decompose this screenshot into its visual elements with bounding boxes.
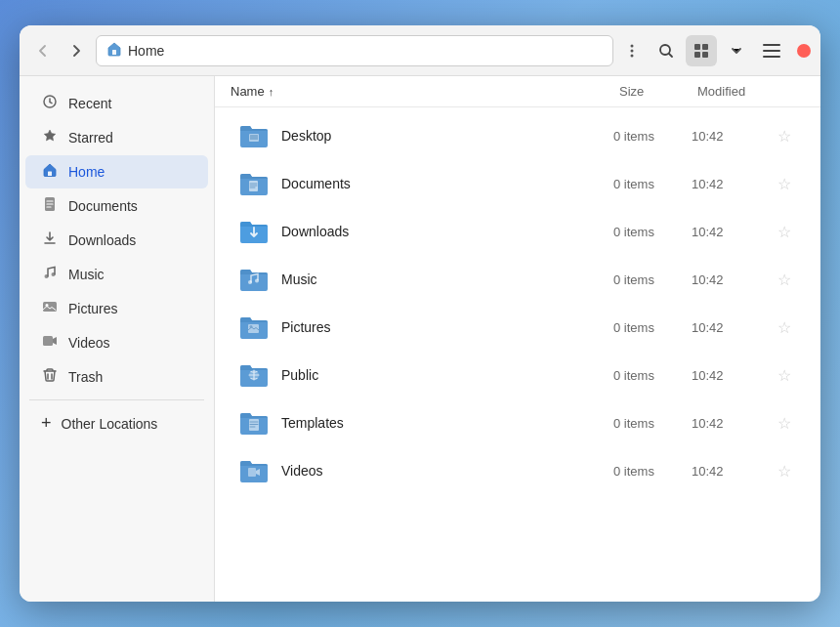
star-button[interactable]: ☆ [770, 462, 799, 481]
svg-rect-6 [702, 44, 708, 50]
view-dropdown-button[interactable] [721, 35, 752, 66]
file-modified: 10:42 [692, 320, 770, 335]
location-bar[interactable]: Home [96, 35, 613, 66]
svg-rect-9 [763, 44, 780, 46]
sidebar-item-label: Home [68, 164, 105, 180]
file-modified: 10:42 [692, 225, 770, 239]
star-button[interactable]: ☆ [770, 271, 799, 289]
svg-point-24 [255, 279, 259, 283]
table-row[interactable]: Templates 0 items 10:42 ☆ [221, 399, 815, 446]
sidebar-item-trash[interactable]: Trash [25, 360, 208, 394]
forward-button[interactable] [63, 37, 90, 64]
table-row[interactable]: Public 0 items 10:42 ☆ [221, 352, 815, 398]
svg-rect-0 [112, 50, 116, 55]
svg-rect-17 [43, 302, 57, 312]
table-row[interactable]: Music 0 items 10:42 ☆ [221, 256, 815, 303]
file-modified: 10:42 [692, 129, 770, 144]
view-grid-button[interactable] [686, 35, 717, 66]
plus-icon: + [41, 413, 52, 434]
sidebar-item-other-locations[interactable]: + Other Locations [25, 406, 208, 440]
svg-point-23 [248, 280, 252, 284]
sort-arrow: ↑ [269, 86, 274, 98]
back-button[interactable] [29, 37, 57, 64]
file-modified: 10:42 [692, 177, 770, 191]
star-button[interactable]: ☆ [770, 175, 799, 193]
menu-button[interactable] [756, 35, 787, 66]
pictures-icon [41, 299, 59, 318]
svg-rect-28 [248, 468, 256, 477]
svg-point-15 [45, 274, 49, 278]
file-modified: 10:42 [692, 416, 770, 431]
sidebar-item-home[interactable]: Home [25, 155, 208, 188]
sidebar-item-documents[interactable]: Documents [25, 189, 208, 223]
file-size: 0 items [613, 129, 692, 144]
star-button[interactable]: ☆ [770, 127, 799, 146]
file-size: 0 items [613, 177, 692, 191]
svg-point-3 [631, 54, 634, 57]
folder-icon-public [236, 357, 272, 393]
toolbar-right [651, 35, 787, 66]
file-name: Documents [281, 176, 613, 191]
file-list-header: Name ↑ Size Modified [215, 76, 820, 107]
sidebar-item-label: Videos [68, 335, 110, 351]
videos-icon [41, 333, 59, 353]
star-button[interactable]: ☆ [770, 414, 799, 433]
close-button[interactable] [797, 44, 811, 58]
sidebar-divider [29, 399, 204, 400]
file-name: Templates [281, 415, 613, 431]
table-row[interactable]: Desktop 0 items 10:42 ☆ [221, 112, 815, 159]
home-icon [41, 162, 59, 182]
search-button[interactable] [651, 35, 682, 66]
star-button[interactable]: ☆ [770, 366, 799, 385]
file-size: 0 items [613, 368, 692, 383]
svg-rect-8 [702, 52, 708, 58]
file-modified: 10:42 [692, 272, 770, 287]
starred-icon [41, 128, 59, 147]
star-button[interactable]: ☆ [770, 318, 799, 337]
star-button[interactable]: ☆ [770, 223, 799, 241]
file-name: Music [281, 272, 613, 287]
sidebar-item-starred[interactable]: Starred [25, 121, 208, 154]
svg-rect-7 [694, 52, 700, 58]
sidebar-item-videos[interactable]: Videos [25, 326, 208, 359]
column-modified: Modified [697, 84, 776, 99]
file-name: Downloads [281, 224, 613, 239]
folder-icon-pictures [236, 310, 272, 345]
other-locations-label: Other Locations [62, 416, 158, 432]
sidebar-item-music[interactable]: Music [25, 258, 208, 291]
svg-rect-5 [694, 44, 700, 50]
sidebar-item-pictures[interactable]: Pictures [25, 292, 208, 325]
file-size: 0 items [613, 272, 692, 287]
file-size: 0 items [613, 225, 692, 239]
sidebar-item-label: Starred [68, 130, 113, 146]
table-row[interactable]: Videos 0 items 10:42 ☆ [221, 447, 815, 494]
main-area: Recent Starred Home Documents Downloads … [20, 76, 820, 602]
table-row[interactable]: Pictures 0 items 10:42 ☆ [221, 304, 815, 351]
table-row[interactable]: Documents 0 items 10:42 ☆ [221, 160, 815, 207]
file-name: Videos [281, 463, 613, 479]
file-size: 0 items [613, 320, 692, 335]
location-menu-button[interactable] [619, 38, 645, 63]
sidebar: Recent Starred Home Documents Downloads … [20, 76, 215, 602]
trash-icon [41, 367, 59, 387]
sidebar-item-label: Trash [68, 369, 103, 385]
sidebar-item-recent[interactable]: Recent [25, 87, 208, 120]
svg-point-16 [52, 272, 56, 276]
sidebar-item-label: Pictures [68, 301, 118, 316]
table-row[interactable]: Downloads 0 items 10:42 ☆ [221, 208, 815, 255]
svg-rect-19 [43, 336, 53, 346]
column-size: Size [619, 84, 697, 99]
folder-icon-desktop [236, 118, 272, 153]
location-home-icon [106, 41, 122, 60]
file-name: Pictures [281, 319, 613, 335]
titlebar: Home [20, 25, 820, 76]
file-name: Desktop [281, 128, 613, 144]
file-modified: 10:42 [692, 368, 770, 383]
sidebar-item-label: Documents [68, 198, 138, 214]
documents-icon [41, 196, 59, 216]
folder-icon-downloads [236, 214, 272, 249]
music-icon [41, 265, 59, 284]
column-name[interactable]: Name ↑ [231, 84, 619, 99]
svg-rect-13 [48, 172, 52, 177]
sidebar-item-downloads[interactable]: Downloads [25, 224, 208, 257]
